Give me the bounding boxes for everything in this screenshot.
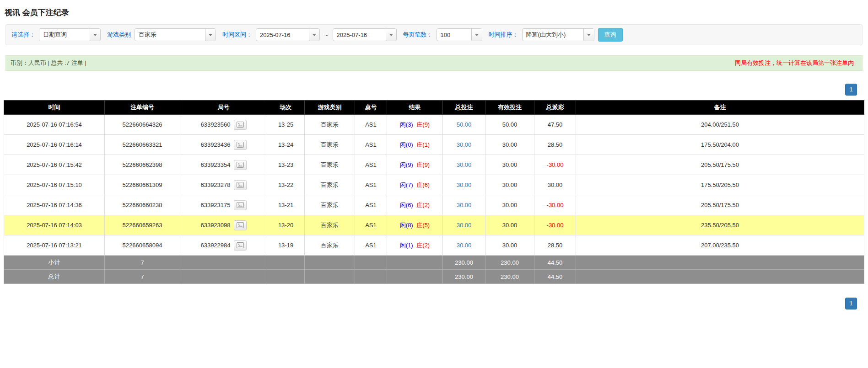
cards-icon bbox=[237, 182, 244, 188]
view-round-detail-button[interactable] bbox=[234, 160, 247, 170]
view-round-detail-button[interactable] bbox=[234, 220, 247, 230]
header-time: 时间 bbox=[4, 101, 105, 115]
cell-table-no: AS1 bbox=[355, 115, 387, 135]
summary-row: 小计 7 230.00 230.00 44.50 bbox=[4, 256, 864, 270]
round-id: 633923098 bbox=[200, 222, 230, 229]
cell-result: 闲(9) 庄(9) bbox=[387, 155, 443, 175]
bet-records-table: 时间 注单编号 局号 场次 游戏类别 桌号 结果 总投注 有效投注 总派彩 备注… bbox=[4, 100, 864, 284]
game-type-label: 游戏类别 bbox=[107, 31, 131, 39]
chevron-down-icon[interactable] bbox=[471, 29, 482, 41]
cell-total-bet[interactable]: 30.00 bbox=[443, 195, 485, 215]
player-result: 闲(0) bbox=[400, 141, 413, 148]
query-type-select[interactable]: 日期查询 bbox=[39, 28, 101, 41]
page-1-button[interactable]: 1 bbox=[845, 298, 857, 309]
page-size-value: 100 bbox=[437, 29, 471, 41]
date-to-select[interactable]: 2025-07-16 bbox=[333, 28, 397, 41]
banker-result: 庄(6) bbox=[416, 181, 430, 188]
cell-total-bet[interactable]: 30.00 bbox=[443, 235, 485, 256]
cell-total-bet[interactable]: 30.00 bbox=[443, 175, 485, 195]
cell-payout: -30.00 bbox=[534, 195, 576, 215]
cell-round: 633923354 bbox=[180, 155, 267, 175]
player-result: 闲(6) bbox=[400, 202, 413, 208]
cell-valid-bet: 30.00 bbox=[485, 195, 534, 215]
cell-session: 13-24 bbox=[267, 135, 305, 155]
time-range-label: 时间区间： bbox=[222, 31, 252, 39]
table-row: 2025-07-16 07:15:42 522660662398 6339233… bbox=[4, 155, 864, 175]
cell-session: 13-21 bbox=[267, 195, 305, 215]
cell-table-no: AS1 bbox=[355, 235, 387, 256]
round-id: 633923175 bbox=[200, 202, 230, 208]
player-result: 闲(8) bbox=[400, 222, 413, 229]
summary-empty bbox=[355, 256, 387, 270]
banker-result: 庄(9) bbox=[416, 161, 430, 168]
cell-valid-bet: 30.00 bbox=[485, 215, 534, 235]
cell-total-bet[interactable]: 30.00 bbox=[443, 215, 485, 235]
cards-icon bbox=[237, 202, 244, 208]
cell-valid-bet: 30.00 bbox=[485, 155, 534, 175]
game-type-select[interactable]: 百家乐 bbox=[135, 28, 216, 41]
header-table-no: 桌号 bbox=[355, 101, 387, 115]
summary-empty bbox=[267, 270, 305, 284]
info-bar: 币别：人民币 | 总共 :7 注单 | 同局有效投注，统一计算在该局第一张注单内 bbox=[5, 55, 863, 71]
cell-valid-bet: 30.00 bbox=[485, 175, 534, 195]
date-from-select[interactable]: 2025-07-16 bbox=[256, 28, 320, 41]
summary-payout: 44.50 bbox=[534, 270, 576, 284]
chevron-down-icon[interactable] bbox=[583, 29, 594, 41]
chevron-down-icon[interactable] bbox=[90, 29, 100, 41]
cell-payout: 28.50 bbox=[534, 235, 576, 256]
search-button[interactable]: 查询 bbox=[598, 28, 623, 42]
page-1-button[interactable]: 1 bbox=[845, 84, 857, 96]
view-round-detail-button[interactable] bbox=[234, 120, 247, 130]
cell-game-type: 百家乐 bbox=[305, 135, 355, 155]
table-body: 2025-07-16 07:16:54 522660664326 6339235… bbox=[4, 115, 864, 284]
summary-empty bbox=[355, 270, 387, 284]
cell-remark: 175.50/205.50 bbox=[576, 175, 864, 195]
player-result: 闲(7) bbox=[400, 181, 413, 188]
cell-bet-id: 522660659263 bbox=[105, 215, 180, 235]
cell-table-no: AS1 bbox=[355, 175, 387, 195]
sort-select[interactable]: 降冪(由大到小) bbox=[522, 28, 594, 41]
cell-time: 2025-07-16 07:14:36 bbox=[4, 195, 105, 215]
view-round-detail-button[interactable] bbox=[234, 140, 247, 150]
summary-empty bbox=[387, 270, 443, 284]
view-round-detail-button[interactable] bbox=[234, 240, 247, 251]
summary-empty bbox=[180, 256, 267, 270]
sort-value: 降冪(由大到小) bbox=[523, 29, 583, 41]
cell-game-type: 百家乐 bbox=[305, 155, 355, 175]
cell-result: 闲(1) 庄(2) bbox=[387, 235, 443, 256]
page-size-label: 每页笔数： bbox=[403, 31, 433, 39]
cell-remark: 175.50/204.00 bbox=[576, 135, 864, 155]
page-size-select[interactable]: 100 bbox=[437, 28, 482, 41]
cell-game-type: 百家乐 bbox=[305, 175, 355, 195]
cell-session: 13-19 bbox=[267, 235, 305, 256]
cell-remark: 207.00/235.50 bbox=[576, 235, 864, 256]
summary-count: 7 bbox=[105, 256, 180, 270]
header-bet-id: 注单编号 bbox=[105, 101, 180, 115]
round-id: 633923560 bbox=[200, 121, 230, 128]
view-round-detail-button[interactable] bbox=[234, 200, 247, 210]
cell-total-bet[interactable]: 50.00 bbox=[443, 115, 485, 135]
chevron-down-icon[interactable] bbox=[386, 29, 396, 41]
cell-time: 2025-07-16 07:15:42 bbox=[4, 155, 105, 175]
cell-session: 13-22 bbox=[267, 175, 305, 195]
banker-result: 庄(2) bbox=[416, 242, 430, 249]
select-type-label: 请选择： bbox=[11, 31, 35, 39]
chevron-down-icon[interactable] bbox=[309, 29, 319, 41]
cell-total-bet[interactable]: 30.00 bbox=[443, 155, 485, 175]
banker-result: 庄(2) bbox=[416, 202, 430, 208]
game-type-value: 百家乐 bbox=[135, 29, 205, 41]
cell-time: 2025-07-16 07:13:21 bbox=[4, 235, 105, 256]
cell-total-bet[interactable]: 30.00 bbox=[443, 135, 485, 155]
cell-round: 633923175 bbox=[180, 195, 267, 215]
round-id: 633922984 bbox=[200, 242, 230, 249]
view-round-detail-button[interactable] bbox=[234, 180, 247, 190]
currency-summary: 币别：人民币 | 总共 :7 注单 | bbox=[11, 59, 86, 67]
header-session: 场次 bbox=[267, 101, 305, 115]
banker-result: 庄(5) bbox=[416, 222, 430, 229]
cell-result: 闲(8) 庄(5) bbox=[387, 215, 443, 235]
page-title: 视讯 会员下注纪录 bbox=[5, 7, 868, 18]
header-round: 局号 bbox=[180, 101, 267, 115]
summary-total-bet: 230.00 bbox=[443, 270, 485, 284]
chevron-down-icon[interactable] bbox=[205, 29, 216, 41]
cell-time: 2025-07-16 07:15:10 bbox=[4, 175, 105, 195]
